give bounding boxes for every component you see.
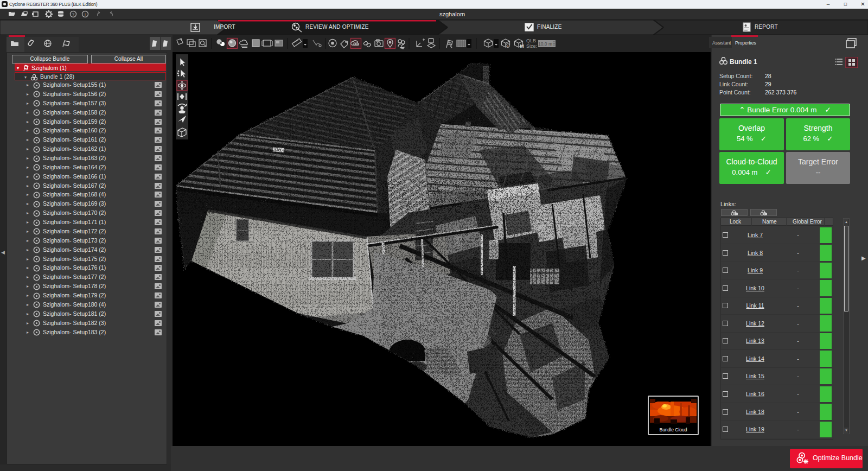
- svg-text:i: i: [85, 12, 86, 17]
- svg-text:QLB: QLB: [526, 38, 536, 43]
- svg-text:M: M: [520, 43, 524, 49]
- svg-text:10,0 m: 10,0 m: [538, 41, 552, 47]
- svg-text:?: ?: [72, 12, 75, 17]
- svg-text:Size:: Size:: [526, 43, 537, 49]
